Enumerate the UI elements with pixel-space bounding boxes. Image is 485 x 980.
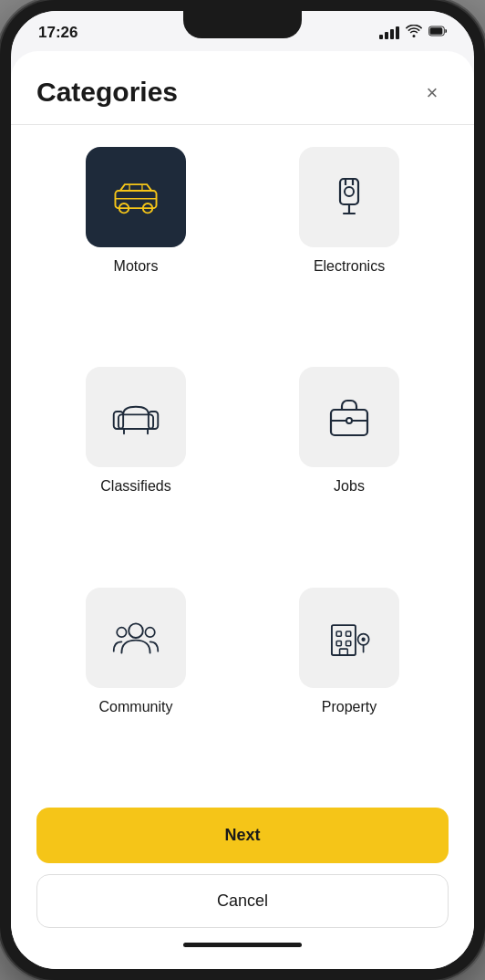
category-item-classifieds[interactable]: Classifieds bbox=[36, 367, 235, 572]
category-icon-box-motors bbox=[86, 147, 186, 247]
svg-rect-2 bbox=[115, 191, 156, 208]
svg-point-21 bbox=[346, 418, 352, 423]
svg-rect-28 bbox=[336, 641, 341, 645]
category-icon-box-property bbox=[299, 588, 399, 688]
svg-point-22 bbox=[129, 623, 143, 638]
category-icon-box-classifieds bbox=[86, 367, 186, 467]
home-indicator bbox=[183, 943, 302, 947]
svg-rect-27 bbox=[346, 631, 351, 636]
page-title: Categories bbox=[36, 77, 178, 108]
svg-rect-8 bbox=[340, 179, 358, 204]
svg-rect-1 bbox=[430, 27, 443, 35]
category-label-classifieds: Classifieds bbox=[100, 478, 170, 495]
svg-point-33 bbox=[361, 637, 365, 641]
category-item-jobs[interactable]: Jobs bbox=[250, 367, 449, 572]
modal-content: Categories × bbox=[11, 51, 474, 969]
status-time: 17:26 bbox=[38, 24, 77, 42]
cancel-button[interactable]: Cancel bbox=[36, 874, 449, 928]
svg-point-13 bbox=[345, 187, 354, 196]
category-item-motors[interactable]: Motors bbox=[36, 147, 235, 352]
category-item-community[interactable]: Community bbox=[36, 588, 235, 793]
next-button[interactable]: Next bbox=[36, 808, 449, 863]
header-divider bbox=[11, 124, 474, 125]
bottom-buttons: Next Cancel bbox=[11, 793, 474, 937]
property-icon bbox=[325, 614, 373, 662]
battery-icon bbox=[428, 25, 447, 41]
close-button[interactable]: × bbox=[416, 77, 449, 109]
modal-header: Categories × bbox=[11, 51, 474, 124]
svg-rect-26 bbox=[336, 631, 341, 636]
category-icon-box-jobs bbox=[299, 367, 399, 467]
category-item-electronics[interactable]: Electronics bbox=[250, 147, 449, 352]
electronics-icon bbox=[325, 173, 373, 221]
svg-rect-30 bbox=[340, 649, 348, 655]
category-label-jobs: Jobs bbox=[334, 478, 365, 495]
category-icon-box-electronics bbox=[299, 147, 399, 247]
svg-point-23 bbox=[117, 627, 126, 636]
svg-rect-29 bbox=[346, 641, 351, 645]
category-icon-box-community bbox=[86, 588, 186, 688]
notch bbox=[183, 11, 302, 38]
phone-frame: 17:26 bbox=[0, 0, 485, 980]
status-icons bbox=[379, 25, 447, 41]
category-label-motors: Motors bbox=[114, 258, 159, 275]
community-icon bbox=[112, 614, 160, 662]
category-label-community: Community bbox=[99, 699, 173, 715]
wifi-icon bbox=[405, 25, 423, 41]
motors-icon bbox=[112, 173, 160, 221]
jobs-icon bbox=[325, 393, 373, 441]
classifieds-icon bbox=[112, 393, 160, 441]
category-label-property: Property bbox=[322, 699, 377, 715]
svg-point-24 bbox=[145, 627, 154, 636]
category-label-electronics: Electronics bbox=[314, 258, 385, 275]
categories-grid: Motors Electronics bbox=[11, 147, 474, 793]
signal-icon bbox=[379, 26, 399, 39]
svg-rect-25 bbox=[332, 625, 356, 655]
category-item-property[interactable]: Property bbox=[250, 588, 449, 793]
phone-screen: 17:26 bbox=[11, 11, 474, 969]
